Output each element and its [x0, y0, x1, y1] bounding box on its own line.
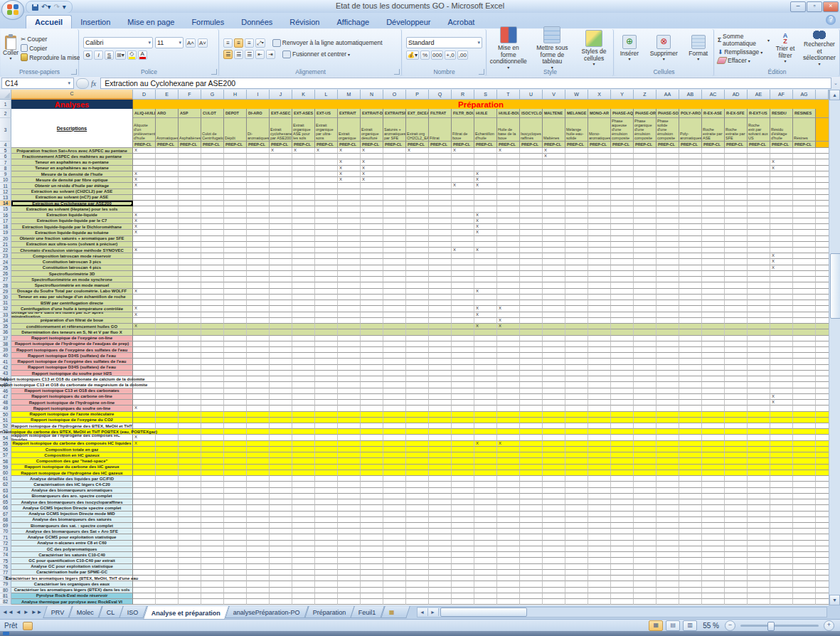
grid-cell[interactable]: [361, 195, 383, 201]
grid-cell[interactable]: [497, 388, 520, 394]
grid-cell[interactable]: [338, 248, 361, 253]
scroll-up-icon[interactable]: ▲: [829, 90, 840, 100]
grid-cell[interactable]: [315, 236, 338, 242]
row-number[interactable]: 58: [0, 458, 11, 464]
grid-cell[interactable]: [429, 347, 452, 353]
grid-cell[interactable]: [406, 318, 429, 324]
grid-cell[interactable]: [634, 195, 656, 201]
grid-cell[interactable]: [474, 206, 497, 212]
grid-cell[interactable]: [338, 154, 361, 159]
grid-cell[interactable]: [725, 488, 748, 494]
grid-cell[interactable]: [361, 412, 383, 418]
grid-cell[interactable]: [383, 581, 406, 587]
grid-cell[interactable]: [588, 353, 611, 359]
grid-cell[interactable]: [520, 576, 543, 581]
grid-cell[interactable]: [315, 277, 338, 282]
header-cell-ISOCYCLO[interactable]: PREP-CL: [520, 142, 543, 148]
grid-cell[interactable]: [588, 271, 611, 277]
grid-cell[interactable]: [224, 154, 247, 159]
grid-cell[interactable]: [270, 295, 292, 300]
grid-cell[interactable]: [133, 318, 156, 324]
grid-cell[interactable]: [702, 365, 725, 371]
autosum-button[interactable]: Σ Somme automatique ▾: [718, 33, 770, 47]
grid-cell[interactable]: [247, 259, 270, 265]
header-cell-EXTRAIT-D[interactable]: Extrait organique désulfuré: [361, 118, 383, 142]
grid-cell[interactable]: [748, 295, 770, 300]
grid-cell[interactable]: [406, 576, 429, 581]
grid-cell[interactable]: [133, 447, 156, 452]
grid-cell[interactable]: [565, 365, 588, 371]
row-number[interactable]: 54: [0, 435, 11, 440]
grid-cell[interactable]: [315, 505, 338, 511]
grid-cell[interactable]: [361, 400, 383, 406]
grid-cell[interactable]: [224, 201, 247, 206]
grid-cell[interactable]: [588, 295, 611, 300]
grid-cell[interactable]: [679, 382, 702, 388]
grid-cell[interactable]: [611, 523, 634, 529]
grid-cell[interactable]: [702, 494, 725, 499]
grid-cell[interactable]: [201, 482, 224, 487]
grid-cell[interactable]: [748, 171, 770, 177]
office-button[interactable]: [1, 0, 24, 20]
grid-cell[interactable]: [292, 213, 315, 218]
grid-cell[interactable]: [383, 517, 406, 523]
grid-cell[interactable]: [179, 248, 201, 253]
grid-cell[interactable]: [520, 166, 543, 171]
grid-cell[interactable]: [315, 159, 338, 165]
header-cell-ASP[interactable]: Asphaltènes: [179, 118, 201, 142]
row-number[interactable]: 10: [0, 177, 11, 183]
grid-cell[interactable]: [179, 289, 201, 295]
grid-cell[interactable]: [520, 376, 543, 382]
grid-cell[interactable]: [565, 171, 588, 177]
grid-cell[interactable]: [452, 171, 474, 177]
grid-cell[interactable]: [793, 412, 816, 418]
grid-cell[interactable]: [247, 359, 270, 364]
prev-sheet-icon[interactable]: ◄: [16, 609, 21, 615]
grid-cell[interactable]: [383, 282, 406, 288]
row-number[interactable]: 74: [0, 552, 11, 558]
grid-cell[interactable]: [338, 458, 361, 464]
grid-cell[interactable]: [611, 282, 634, 288]
grid-cell[interactable]: [770, 441, 793, 447]
row-number[interactable]: 46: [0, 388, 11, 394]
grid-cell[interactable]: [270, 166, 292, 171]
grid-cell[interactable]: [725, 465, 748, 470]
grid-cell[interactable]: [201, 423, 224, 429]
row-label[interactable]: Teneur en asphaltènes au n-pentane: [11, 159, 133, 165]
row-number[interactable]: 70: [0, 529, 11, 534]
grid-cell[interactable]: [793, 166, 816, 171]
grid-cell[interactable]: [611, 412, 634, 418]
scroll-right-icon[interactable]: ►: [428, 608, 439, 616]
grid-cell[interactable]: [588, 159, 611, 165]
grid-cell[interactable]: [702, 177, 725, 183]
grid-cell[interactable]: [474, 512, 497, 517]
row-label[interactable]: Rapport isotopique de l'oxygène du CO2: [11, 418, 133, 423]
grid-cell[interactable]: [611, 382, 634, 388]
grid-cell[interactable]: [588, 166, 611, 171]
header-cell-FILTR_BOU[interactable]: FILTR_BOU: [452, 109, 474, 118]
grid-cell[interactable]: [133, 552, 156, 558]
grid-cell[interactable]: [543, 576, 565, 581]
grid-cell[interactable]: [656, 394, 679, 400]
grid-cell[interactable]: [133, 541, 156, 546]
header-cell-EXTRAIT-D[interactable]: PREP-CL: [361, 142, 383, 148]
grid-cell[interactable]: [793, 382, 816, 388]
grid-cell[interactable]: [292, 189, 315, 195]
grid-cell[interactable]: [543, 159, 565, 165]
grid-cell[interactable]: [224, 429, 247, 435]
row-label[interactable]: Extraction au solvant (Heptane) pour les…: [11, 206, 133, 212]
grid-cell[interactable]: [383, 359, 406, 364]
grid-cell[interactable]: [725, 159, 748, 165]
grid-cell[interactable]: [611, 230, 634, 235]
grid-cell[interactable]: [452, 306, 474, 312]
page-layout-view-button[interactable]: ▤: [666, 620, 680, 631]
grid-cell[interactable]: [452, 253, 474, 259]
grid-cell[interactable]: [201, 271, 224, 277]
grid-cell[interactable]: [201, 218, 224, 224]
grid-cell[interactable]: [702, 253, 725, 259]
header-cell-EXT-ASEC[interactable]: Extrait cyclohexane par ASE200: [270, 118, 292, 142]
grid-cell[interactable]: [748, 242, 770, 248]
grid-cell[interactable]: [656, 282, 679, 288]
grid-cell[interactable]: [315, 541, 338, 546]
row-label[interactable]: Rapport isotopique de l'hydrogène des HC…: [11, 470, 133, 476]
